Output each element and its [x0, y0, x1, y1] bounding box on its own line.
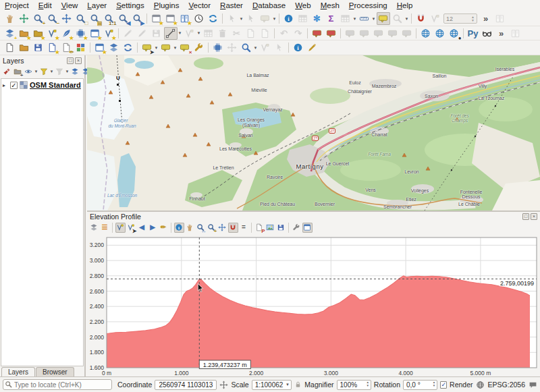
- menu-project[interactable]: Project: [0, 0, 34, 11]
- open-attribute-table[interactable]: [296, 12, 310, 25]
- profile-options[interactable]: [292, 223, 302, 233]
- georeferencer[interactable]: ★: [93, 41, 107, 54]
- add-vector-layer[interactable]: ★: [18, 27, 31, 40]
- toggle-editing[interactable]: [136, 27, 149, 40]
- layer-item-osm-standard[interactable]: ▸ ✓ OSM Standard: [1, 79, 83, 91]
- new-spatial-bookmark[interactable]: ★: [178, 12, 192, 25]
- statistical-summary[interactable]: Σ: [325, 12, 338, 25]
- zoom-last[interactable]: ◀: [117, 12, 130, 25]
- map-tips[interactable]: [377, 12, 390, 25]
- quickmapservices[interactable]: [419, 27, 433, 40]
- layer-name[interactable]: OSM Standard: [30, 81, 81, 89]
- save-project-as[interactable]: ★: [46, 41, 59, 54]
- elevation-panel-close-button[interactable]: ×: [531, 213, 537, 220]
- zoom-full[interactable]: [60, 12, 74, 25]
- vector-tool-a[interactable]: [259, 41, 272, 54]
- select-features-by-area[interactable]: ➤: [140, 41, 154, 54]
- new-3d-map-view[interactable]: ★: [164, 12, 178, 25]
- open-layout[interactable]: [339, 12, 352, 25]
- open-data-source-manager[interactable]: +: [3, 27, 17, 40]
- diagram-options[interactable]: [400, 27, 414, 40]
- menu-view[interactable]: View: [57, 0, 83, 11]
- menu-mesh[interactable]: Mesh: [316, 0, 344, 11]
- export-as-pdf[interactable]: P: [254, 223, 265, 233]
- render-checkbox[interactable]: ✓: [440, 381, 447, 389]
- extents-toggle-icon[interactable]: [219, 381, 228, 389]
- manage-map-themes-dropdown-arrow[interactable]: ▼: [34, 69, 38, 74]
- help-contents[interactable]: [493, 12, 507, 25]
- select-features[interactable]: [225, 12, 239, 25]
- zoom-tool-dropdown[interactable]: [240, 41, 253, 54]
- pan-map-to-selection[interactable]: [18, 12, 31, 25]
- zoom-in[interactable]: +: [32, 12, 45, 25]
- add-layers-to-profile[interactable]: [89, 223, 99, 233]
- expand-all[interactable]: [70, 67, 80, 77]
- zoom-full-profile[interactable]: [217, 223, 227, 233]
- quickmapservices-settings[interactable]: [433, 27, 447, 40]
- zoom-to-selection[interactable]: □: [74, 12, 88, 25]
- new-spatialite-layer[interactable]: ★: [103, 27, 116, 40]
- field-calculator[interactable]: [192, 41, 206, 54]
- style-manager[interactable]: [74, 41, 88, 54]
- digitize-with-segment[interactable]: [164, 27, 178, 40]
- log-messages-panel[interactable]: [509, 27, 522, 40]
- menu-edit[interactable]: Edit: [34, 0, 57, 11]
- processing-toolbox[interactable]: ✻: [310, 12, 324, 25]
- annotation-pencil[interactable]: [306, 41, 319, 54]
- toolbar-overflow-1[interactable]: »: [479, 12, 493, 25]
- menu-raster[interactable]: Raster: [215, 0, 248, 11]
- cut-features[interactable]: ✂: [230, 27, 244, 40]
- temporal-controller[interactable]: [192, 12, 206, 25]
- current-edits[interactable]: [122, 27, 135, 40]
- move-label[interactable]: [358, 27, 371, 40]
- identify-features[interactable]: [282, 12, 296, 25]
- tab-browser[interactable]: Browser: [36, 367, 74, 376]
- layers-panel-float-button[interactable]: □: [67, 57, 74, 64]
- spinner-arrows-icon[interactable]: ▲▼: [366, 381, 369, 388]
- enable-snapping[interactable]: [414, 12, 428, 25]
- pan-map[interactable]: [3, 12, 17, 25]
- menu-vector[interactable]: Vector: [184, 0, 215, 11]
- paste-features[interactable]: [259, 27, 272, 40]
- open-layout-dropdown-arrow[interactable]: ▼: [352, 17, 357, 21]
- open-project[interactable]: [18, 41, 31, 54]
- snapping-profile[interactable]: [228, 223, 238, 233]
- new-virtual-layer[interactable]: ★: [74, 27, 88, 40]
- new-shapefile-layer[interactable]: ★: [46, 27, 59, 40]
- capture-curve-from-feature[interactable]: ➤: [126, 223, 136, 233]
- lock-scale-icon[interactable]: [294, 381, 302, 389]
- crosshair-tool[interactable]: [225, 41, 239, 54]
- menu-help[interactable]: Help: [392, 0, 418, 11]
- toolbar-overflow-2[interactable]: »: [495, 27, 508, 40]
- crs-globe-icon[interactable]: [476, 381, 485, 389]
- elevation-panel-float-button[interactable]: □: [522, 213, 529, 220]
- capture-curve[interactable]: [115, 223, 126, 233]
- zoom-to-native-resolution[interactable]: 1:1: [103, 12, 116, 25]
- measure-distances[interactable]: =: [239, 223, 249, 233]
- filter-by-expression-dropdown-arrow[interactable]: ▼: [65, 69, 70, 74]
- delete-selected[interactable]: [216, 27, 230, 40]
- elevation-profile-chart[interactable]: 1.6001.8002.0002.2002.4002.6002.8003.000…: [87, 233, 540, 376]
- zoom-next[interactable]: ▶: [131, 12, 144, 25]
- menu-processing[interactable]: Processing: [344, 0, 392, 11]
- rotate-label[interactable]: [372, 27, 385, 40]
- zoom-out[interactable]: −: [46, 12, 59, 25]
- plugin-tool[interactable]: [211, 41, 225, 54]
- multiedit-attributes[interactable]: [202, 27, 215, 40]
- rotation-spinbox[interactable]: 0,0 ° ▲▼: [403, 380, 437, 390]
- menu-web[interactable]: Web: [290, 0, 315, 11]
- osm-place-search[interactable]: [481, 27, 494, 40]
- manage-map-themes[interactable]: [24, 67, 34, 77]
- tab-layers[interactable]: Layers: [1, 367, 35, 376]
- magnifier-spinbox[interactable]: 100% ▲▼: [337, 380, 371, 390]
- save-layer-edits[interactable]: [150, 27, 163, 40]
- new-map-view[interactable]: ★: [150, 12, 163, 25]
- menu-layer[interactable]: Layer: [82, 0, 111, 11]
- pin-unpin-labels[interactable]: [325, 27, 338, 40]
- profile-layer-options[interactable]: ☰: [100, 223, 110, 233]
- select-by-form[interactable]: [259, 12, 272, 25]
- digitize-with-segment-dropdown-arrow[interactable]: ▼: [178, 31, 182, 35]
- undo[interactable]: ↶: [277, 27, 291, 40]
- change-label-properties[interactable]: [386, 27, 400, 40]
- zoom-x-axis[interactable]: ↔: [196, 223, 206, 233]
